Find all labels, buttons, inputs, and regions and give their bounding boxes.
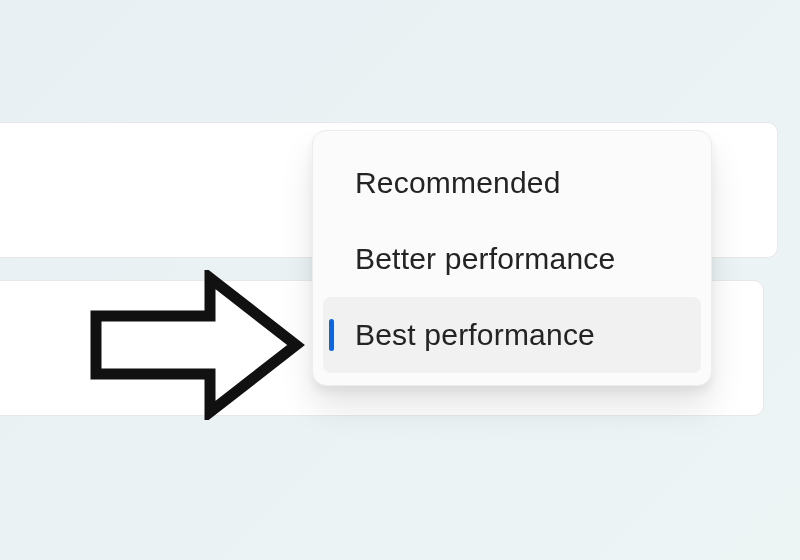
menu-item-recommended[interactable]: Recommended bbox=[323, 145, 701, 221]
menu-item-label: Recommended bbox=[355, 166, 561, 200]
menu-item-label: Better performance bbox=[355, 242, 615, 276]
arrow-right-icon bbox=[88, 270, 308, 420]
menu-item-better-performance[interactable]: Better performance bbox=[323, 221, 701, 297]
menu-item-label: Best performance bbox=[355, 318, 595, 352]
power-mode-menu: Recommended Better performance Best perf… bbox=[312, 130, 712, 386]
menu-item-best-performance[interactable]: Best performance bbox=[323, 297, 701, 373]
